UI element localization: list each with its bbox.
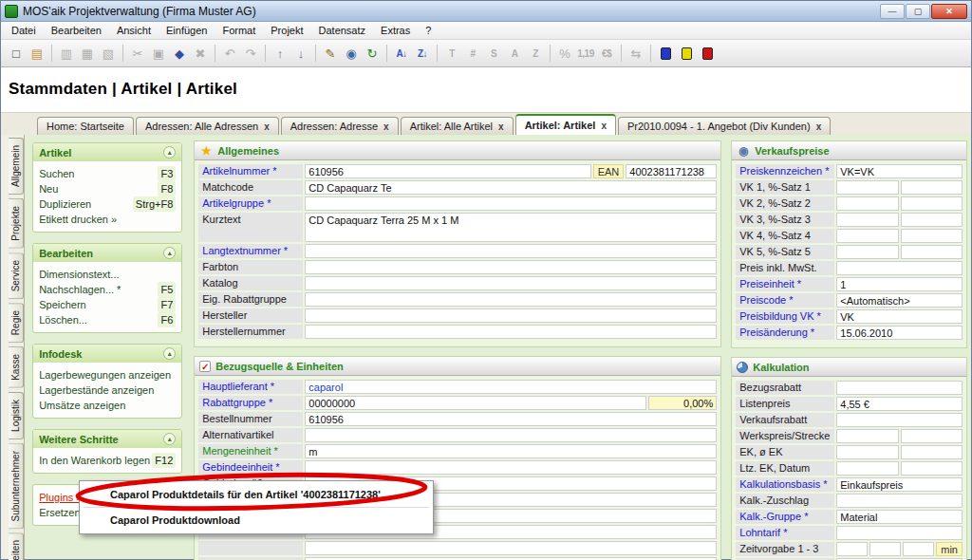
tab-active[interactable]: Artikel: Artikelx [515,114,616,135]
vertical-tab-büroarbeiten[interactable]: Büroarbeiten [9,532,24,560]
tab-close-icon[interactable]: x [498,121,504,132]
form-field[interactable]: 610956 [305,412,717,426]
form-field[interactable]: 15.06.2010 [836,326,963,340]
form-field[interactable] [305,428,717,442]
form-field[interactable] [836,180,898,195]
sidebar-item[interactable]: In den Warenkorb legenF12 [39,453,176,468]
sidebar-item[interactable]: Lagerbestände anzeigen [39,383,176,398]
form-field[interactable] [836,196,898,211]
sidebar-panel-header[interactable]: Artikel▲ [33,143,181,161]
menu-item[interactable]: Format [215,23,263,38]
vertical-tab-projekte[interactable]: Projekte [9,198,24,249]
close-button[interactable]: ✕ [931,4,967,19]
sidebar-item[interactable]: NeuF8 [39,181,176,196]
form-field[interactable] [836,445,898,459]
lock-yellow-icon[interactable] [677,44,696,63]
sidebar-item[interactable]: DuplizierenStrg+F8 [39,196,176,212]
context-menu-item[interactable]: Caparol Produktdetails für den Artikel '… [82,483,431,506]
form-field[interactable]: 4,55 € [836,397,963,411]
tab-2[interactable]: Adressen: Adressex [281,117,399,135]
tab-close-icon[interactable]: x [601,121,607,131]
collapse-icon[interactable]: ▲ [163,433,176,445]
minimize-button[interactable]: — [880,4,905,19]
form-field[interactable]: CD Capaquarz Terra 25 M x 1 M [305,213,717,242]
form-field[interactable]: 610956 [305,164,590,178]
vertical-tab-allgemein[interactable]: Allgemein [9,138,24,195]
lock-blue-icon[interactable] [656,44,675,63]
collapse-icon[interactable]: ▲ [163,146,176,159]
form-field[interactable]: Material [836,510,963,524]
form-field[interactable] [836,245,898,259]
sidebar-item[interactable]: Nachschlagen... *F5 [39,282,176,297]
form-field[interactable] [836,229,898,243]
tab-3[interactable]: Artikel: Alle Artikelx [401,117,514,135]
tab-0[interactable]: Home: Startseite [37,117,134,135]
form-field[interactable]: CD Capaquarz Te [305,180,717,195]
form-field[interactable]: 0,00% [648,396,717,410]
menu-item[interactable]: Einfügen [159,23,215,38]
form-field[interactable] [901,429,963,443]
form-field[interactable] [305,292,717,307]
form-field[interactable] [901,245,963,259]
form-field[interactable] [903,542,934,556]
menu-item[interactable]: Extras [373,23,418,38]
menu-item[interactable]: ? [418,23,439,38]
menu-item[interactable]: Bearbeiten [44,23,109,38]
form-field[interactable] [305,260,717,274]
form-field[interactable] [836,381,963,395]
form-field[interactable] [305,244,717,258]
form-field[interactable] [836,526,963,540]
sort-ascending-icon[interactable]: A↓ [392,44,411,63]
form-field[interactable]: 4002381171238 [626,164,717,178]
vertical-tab-logistik[interactable]: Logistik [9,392,24,439]
menu-item[interactable]: Projekt [263,23,310,38]
lock-red-icon[interactable] [698,44,717,63]
form-field[interactable]: <Automatisch> [836,293,963,308]
form-field[interactable] [836,461,898,476]
sidebar-item[interactable]: Dimensionstext... [39,267,176,282]
form-field[interactable]: 1 [836,277,963,291]
menu-item[interactable]: Datensatz [311,23,374,38]
vertical-tab-regie[interactable]: Regie [9,303,24,343]
form-field[interactable]: VK [836,309,963,324]
form-field[interactable] [901,213,963,227]
form-field[interactable]: m [305,444,717,458]
form-field[interactable] [836,261,963,275]
sidebar-panel-header[interactable]: Weitere Schritte▲ [33,430,181,448]
sidebar-item[interactable]: SuchenF3 [39,166,176,181]
tab-close-icon[interactable]: x [816,121,822,132]
form-field[interactable] [901,229,963,243]
new-document-icon[interactable]: □ [7,44,26,63]
find-icon[interactable]: ◉ [342,44,361,63]
form-field[interactable] [305,276,717,290]
tab-1[interactable]: Adressen: Alle Adressenx [136,117,279,135]
form-field[interactable] [901,461,963,476]
form-field[interactable] [836,213,898,227]
sidebar-panel-header[interactable]: Infodesk▲ [33,345,181,363]
move-up-icon[interactable]: ↑ [271,44,290,63]
form-field[interactable] [836,413,963,427]
form-field[interactable] [901,180,963,195]
form-field[interactable] [305,196,717,211]
form-field[interactable] [901,196,963,211]
vertical-tab-subunternehmer[interactable]: Subunternehmer [9,443,24,530]
refresh-icon[interactable]: ↻ [363,44,382,63]
menu-item[interactable]: Ansicht [109,23,159,38]
form-field[interactable] [901,445,963,459]
open-folder-icon[interactable]: ▤ [28,44,47,63]
sidebar-item[interactable]: SpeichernF7 [39,297,176,312]
form-field[interactable]: 00000000 [305,396,646,410]
form-field[interactable]: Einkaufspreis [836,477,963,492]
context-menu-item[interactable]: Caparol Produktdownload [82,509,431,532]
paste-icon[interactable]: ◆ [170,44,189,63]
tab-5[interactable]: Pr2010.0094 - 1. Angebot (Div Kunden)x [618,117,831,135]
collapse-icon[interactable]: ▲ [163,347,176,360]
form-field[interactable] [305,541,717,555]
form-field[interactable] [305,325,717,339]
sidebar-item[interactable]: Löschen...F6 [39,312,176,327]
tab-close-icon[interactable]: x [264,121,270,132]
form-field[interactable] [305,308,717,323]
form-field[interactable] [836,542,868,556]
sidebar-item[interactable]: Lagerbewegungen anzeigen [39,367,176,383]
form-field[interactable] [869,542,901,556]
